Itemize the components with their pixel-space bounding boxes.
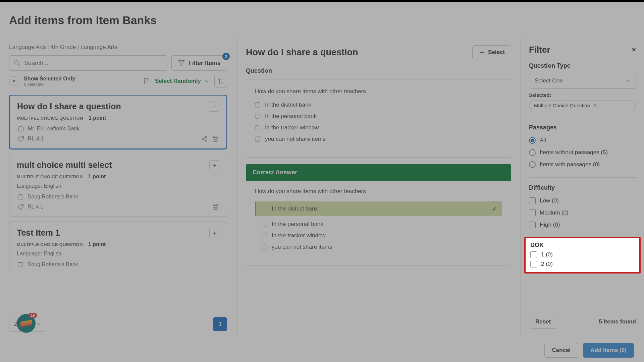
close-filter-button[interactable]: ✕: [632, 47, 636, 53]
answer-option: you can not share items: [262, 244, 502, 250]
radio-selected-icon: [529, 137, 536, 144]
radio-icon: [255, 125, 260, 130]
item-points: 1 point: [88, 241, 106, 247]
remove-chip-icon[interactable]: ✕: [593, 103, 597, 108]
flag-icon: [143, 77, 150, 85]
item-standard: RL.4.1: [28, 136, 44, 142]
show-selected-label: Show Selected Only: [24, 76, 75, 82]
radio-icon: [255, 136, 260, 142]
search-input-wrapper[interactable]: [9, 55, 167, 71]
filter-title: Filter: [529, 45, 550, 55]
question-option[interactable]: In the district bank: [255, 102, 502, 108]
item-bank: Mr. Eli Leafton's Bank: [28, 126, 79, 132]
search-input[interactable]: [24, 60, 163, 67]
answer-option: In the personal bank: [262, 221, 502, 228]
dok-option-2[interactable]: 2 (0): [530, 261, 635, 267]
print-icon[interactable]: [212, 135, 219, 142]
select-item-button[interactable]: ＋ Select: [472, 45, 511, 59]
item-language: Language: English: [17, 183, 219, 189]
preview-panel: How do I share a question ＋ Select Quest…: [236, 37, 521, 336]
question-type-label: Question Type: [529, 62, 636, 69]
help-fab[interactable]: 19: [17, 314, 36, 333]
question-text: How do you share items with other teache…: [255, 88, 502, 95]
question-option[interactable]: you can not share items: [255, 136, 502, 142]
passages-option-without[interactable]: Items without passages (5): [529, 149, 636, 156]
search-icon: [13, 59, 21, 67]
question-option[interactable]: In the tracker window: [255, 124, 502, 131]
passages-option-with[interactable]: Items with passages (0): [529, 161, 636, 168]
radio-icon: [255, 114, 260, 119]
passages-label: Passages: [529, 124, 636, 131]
filter-items-button[interactable]: Filter Items 2: [171, 55, 227, 71]
radio-icon: [262, 222, 267, 227]
checkbox-icon: [529, 222, 536, 228]
clear-selection-button[interactable]: ✕: [9, 76, 19, 86]
svg-marker-2: [179, 61, 184, 66]
dok-label: DOK: [530, 242, 635, 249]
item-card[interactable]: Test Item 1 ＋ MULTIPLE CHOICE QUESTION 1…: [9, 222, 227, 271]
fab-badge: 19: [29, 313, 37, 318]
svg-rect-10: [214, 139, 217, 141]
item-points: 1 point: [89, 115, 106, 121]
chevron-down-icon: [36, 321, 41, 327]
share-icon[interactable]: [201, 135, 208, 142]
difficulty-option-medium[interactable]: Medium (0): [529, 209, 636, 216]
checkbox-icon: [529, 209, 536, 216]
add-item-button[interactable]: ＋: [209, 228, 219, 238]
add-items-button[interactable]: Add Items (0): [583, 343, 634, 358]
add-item-button[interactable]: ＋: [209, 160, 219, 170]
difficulty-option-high[interactable]: High (0): [529, 222, 636, 228]
question-type-select[interactable]: Select One: [529, 73, 636, 89]
answer-question-text: How do you share items with other teache…: [255, 188, 502, 195]
modal-footer: Cancel Add Items (0): [0, 338, 644, 362]
selected-filters-label: Selected:: [529, 92, 636, 98]
checkbox-icon: [530, 251, 537, 258]
item-type: MULTIPLE CHOICE QUESTION: [17, 116, 83, 121]
item-language: Language: English: [17, 251, 219, 257]
item-type: MULTIPLE CHOICE QUESTION: [17, 242, 83, 247]
selected-count: 0 selected: [24, 82, 75, 87]
dok-option-1[interactable]: 1 (0): [530, 251, 635, 258]
svg-rect-15: [214, 207, 217, 209]
radio-icon: [255, 102, 260, 108]
checkbox-icon: [530, 261, 537, 267]
question-option[interactable]: In the personal bank: [255, 113, 502, 120]
radio-icon: [529, 161, 536, 168]
radio-icon: [262, 244, 267, 250]
cancel-button[interactable]: Cancel: [544, 343, 579, 358]
preview-title: How do I share a question: [246, 47, 358, 58]
radio-icon: [262, 206, 267, 212]
plus-icon: ＋: [479, 49, 485, 56]
item-standard: RL.4.1: [28, 204, 43, 210]
filter-badge: 2: [222, 53, 230, 60]
filter-icon: [178, 59, 185, 67]
answer-option: In the tracker window: [262, 232, 502, 239]
svg-rect-11: [18, 195, 23, 199]
sort-button[interactable]: [214, 75, 227, 87]
passages-option-all[interactable]: All: [529, 137, 636, 144]
page-number-button[interactable]: 1: [213, 317, 227, 331]
select-randomly-button[interactable]: Select Randomly: [155, 78, 210, 84]
item-bank-panel: Language Arts | 4th Grade | Language Art…: [0, 37, 236, 336]
bank-icon: [17, 261, 24, 268]
item-card[interactable]: mult choice multi select ＋ MULTIPLE CHOI…: [9, 154, 227, 217]
item-type: MULTIPLE CHOICE QUESTION: [17, 174, 83, 179]
breadcrumb: Language Arts | 4th Grade | Language Art…: [9, 44, 227, 51]
checkbox-icon: [529, 197, 536, 204]
qtype-placeholder: Select One: [535, 77, 563, 84]
reset-filters-button[interactable]: Reset: [529, 315, 557, 329]
chip-label: Multiple Choice Question: [534, 103, 590, 108]
difficulty-option-low[interactable]: Low (0): [529, 197, 636, 204]
question-section-label: Question: [246, 67, 511, 74]
svg-rect-16: [18, 263, 23, 267]
print-icon[interactable]: [212, 203, 219, 210]
chevron-down-icon: [625, 78, 630, 83]
filter-panel: Filter ✕ Question Type Select One Select…: [521, 37, 644, 336]
filter-chip[interactable]: Multiple Choice Question ✕: [529, 101, 636, 110]
correct-answer-option: In the district bank ✓: [255, 201, 502, 216]
add-item-button[interactable]: ＋: [209, 102, 219, 112]
item-card[interactable]: How do I share a question ＋ MULTIPLE CHO…: [9, 95, 227, 149]
select-label: Select: [488, 49, 505, 56]
svg-line-1: [18, 64, 20, 66]
item-bank: Doug Roberts's Bank: [28, 194, 78, 200]
